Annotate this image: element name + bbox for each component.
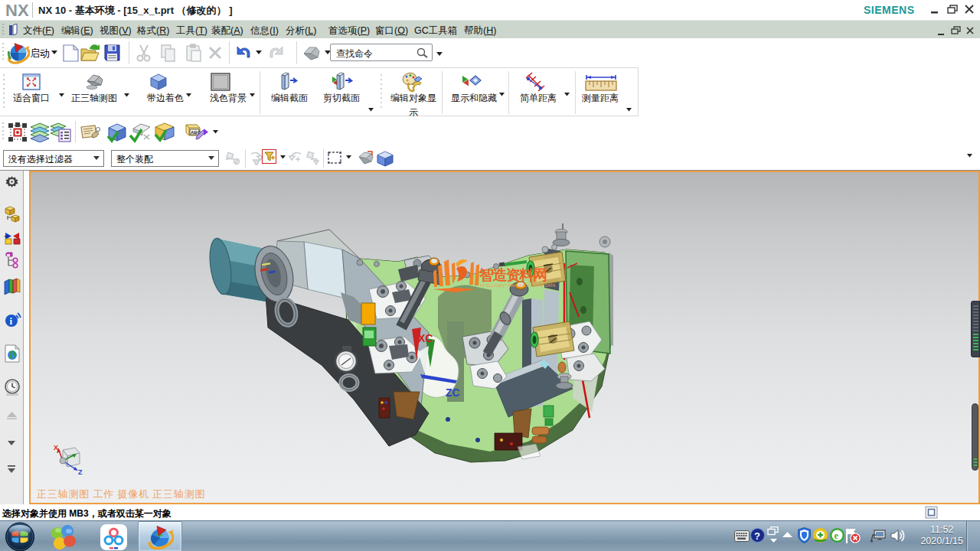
svg-text:ZC: ZC	[446, 386, 460, 399]
svg-text:?: ?	[754, 530, 760, 542]
svg-text:Z: Z	[78, 468, 83, 476]
svg-text:XC: XC	[418, 332, 433, 344]
svg-text:e: e	[835, 530, 839, 541]
svg-text:智造资料网: 智造资料网	[479, 267, 547, 283]
svg-text:i: i	[10, 315, 13, 327]
svg-text:X: X	[54, 444, 58, 452]
svg-text:INTELLIGENT MANUFACTURING DATA: INTELLIGENT MANUFACTURING DATA	[480, 283, 556, 288]
